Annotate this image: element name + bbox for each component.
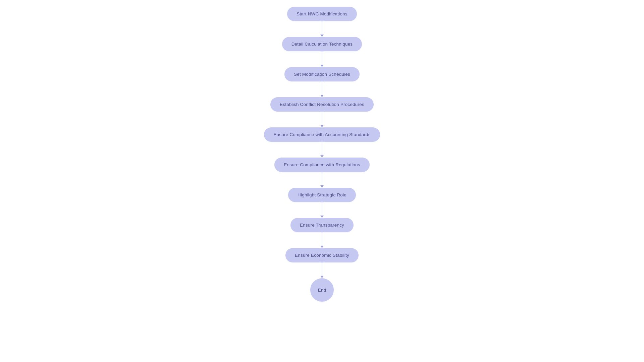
connector-8: [322, 232, 322, 248]
arrow-head: [320, 276, 324, 278]
node-ensure-transparency[interactable]: Ensure Transparency: [290, 218, 354, 232]
arrow-line: [322, 202, 322, 216]
connector-1: [322, 21, 322, 37]
arrow-line: [322, 232, 322, 246]
node-set-mod[interactable]: Set Modification Schedules: [284, 67, 360, 81]
node-detail-calc[interactable]: Detail Calculation Techniques: [282, 37, 362, 51]
arrow-line: [322, 112, 322, 125]
arrow-line: [322, 81, 322, 95]
arrow-head: [320, 35, 324, 37]
arrow-head: [320, 246, 324, 248]
arrow-head: [320, 95, 324, 97]
connector-4: [322, 112, 322, 127]
arrow-line: [322, 172, 322, 185]
connector-6: [322, 172, 322, 188]
arrow-head: [320, 216, 324, 218]
connector-3: [322, 81, 322, 97]
connector-5: [322, 142, 322, 158]
arrow-line: [322, 142, 322, 155]
arrow-head: [320, 125, 324, 127]
node-ensure-economic[interactable]: Ensure Economic Stability: [285, 248, 359, 262]
connector-7: [322, 202, 322, 218]
arrow-line: [322, 21, 322, 35]
connector-2: [322, 51, 322, 67]
node-start-nwc[interactable]: Start NWC Modifications: [287, 7, 357, 21]
arrow-head: [320, 155, 324, 158]
arrow-line: [322, 51, 322, 65]
node-ensure-regulations[interactable]: Ensure Compliance with Regulations: [274, 158, 369, 172]
flowchart: Start NWC Modifications Detail Calculati…: [0, 0, 644, 315]
arrow-head: [320, 185, 324, 188]
node-highlight-strategic[interactable]: Highlight Strategic Role: [288, 188, 356, 202]
node-end[interactable]: End: [310, 278, 334, 302]
node-establish-conflict[interactable]: Establish Conflict Resolution Procedures: [270, 97, 374, 112]
node-ensure-accounting[interactable]: Ensure Compliance with Accounting Standa…: [264, 127, 380, 142]
arrow-line: [322, 262, 322, 276]
arrow-head: [320, 65, 324, 67]
connector-9: [322, 262, 322, 278]
